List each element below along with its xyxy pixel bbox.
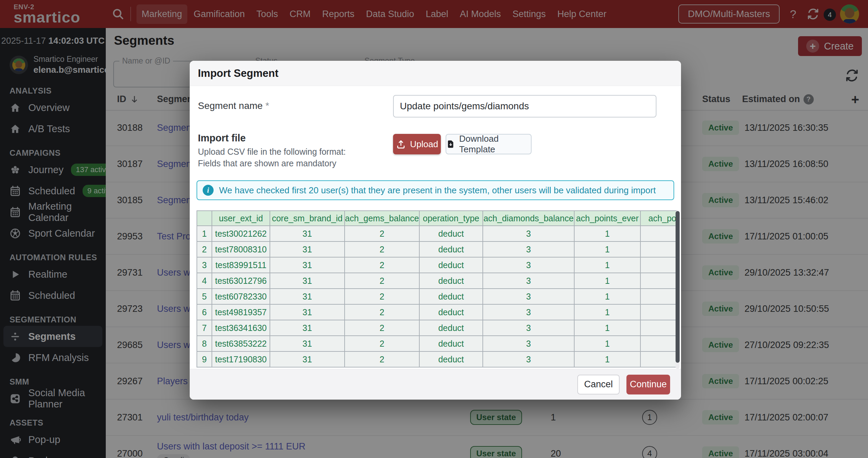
import-file-label: Import file xyxy=(198,133,246,144)
csv-cell: test63012796 xyxy=(212,273,270,289)
csv-cell: test63853222 xyxy=(212,336,270,352)
download-template-button[interactable]: Download Template xyxy=(446,134,532,154)
csv-row-number: 6 xyxy=(197,305,212,320)
info-icon: i xyxy=(203,185,214,196)
upload-icon xyxy=(396,139,406,149)
csv-cell: deduct xyxy=(420,273,483,289)
segment-name-input[interactable]: Update points/gems/diamonds xyxy=(393,95,656,117)
modal-footer: Cancel Continue xyxy=(190,369,681,400)
csv-cell: 1 xyxy=(575,242,641,258)
csv-cell: 3 xyxy=(483,305,575,320)
csv-cell: 3 xyxy=(483,289,575,305)
import-segment-modal: Import Segment Segment name* Update poin… xyxy=(190,61,681,400)
csv-cell: 3 xyxy=(483,258,575,273)
csv-cell: test78008310 xyxy=(212,242,270,258)
csv-row-number: 5 xyxy=(197,289,212,305)
continue-button[interactable]: Continue xyxy=(626,375,670,394)
csv-column-header: ach_diamonds_balance xyxy=(483,210,575,226)
csv-cell: 31 xyxy=(270,242,345,258)
csv-cell: 3 xyxy=(483,336,575,352)
modal-scrollbar-track xyxy=(676,210,680,369)
csv-cell: 31 xyxy=(270,336,345,352)
csv-column-header: user_ext_id xyxy=(212,210,270,226)
download-template-label: Download Template xyxy=(459,134,531,155)
csv-cell: 2 xyxy=(345,242,420,258)
csv-column-header: ach_gems_balance xyxy=(345,210,420,226)
csv-cell: 3 xyxy=(483,352,575,367)
csv-cell: 1 xyxy=(575,258,641,273)
csv-cell xyxy=(641,258,677,273)
csv-row-number: 1 xyxy=(197,226,212,242)
csv-cell: 31 xyxy=(270,352,345,367)
info-banner-text: We have checked first 20 user(s) that th… xyxy=(219,185,656,196)
upload-button[interactable]: Upload xyxy=(393,134,441,154)
csv-cell: deduct xyxy=(420,242,483,258)
csv-cell: test30021262 xyxy=(212,226,270,242)
csv-cell: deduct xyxy=(420,352,483,367)
csv-cell xyxy=(641,289,677,305)
csv-cell: 1 xyxy=(575,226,641,242)
csv-cell: 31 xyxy=(270,320,345,336)
csv-cell: 3 xyxy=(483,320,575,336)
csv-cell: 31 xyxy=(270,273,345,289)
csv-cell: 3 xyxy=(483,242,575,258)
csv-cell: 2 xyxy=(345,305,420,320)
csv-cell: 1 xyxy=(575,305,641,320)
csv-row-number: 8 xyxy=(197,336,212,352)
import-hint-2: Fields that are shown are mandatory xyxy=(198,158,336,168)
csv-cell xyxy=(641,320,677,336)
upload-button-label: Upload xyxy=(410,139,438,150)
csv-cell xyxy=(641,336,677,352)
csv-row-number: 7 xyxy=(197,320,212,336)
csv-cell: 1 xyxy=(575,352,641,367)
csv-cell: 31 xyxy=(270,226,345,242)
csv-cell xyxy=(641,242,677,258)
csv-cell: deduct xyxy=(420,305,483,320)
csv-cell: 3 xyxy=(483,273,575,289)
csv-column-header: operation_type xyxy=(420,210,483,226)
csv-cell: 1 xyxy=(575,336,641,352)
csv-cell: 2 xyxy=(345,226,420,242)
csv-cell: deduct xyxy=(420,336,483,352)
modal-scrollbar-thumb[interactable] xyxy=(676,211,680,363)
import-hint-1: Upload CSV file in the following format: xyxy=(198,147,346,157)
csv-preview-table: user_ext_idcore_sm_brand_idach_gems_bala… xyxy=(197,210,677,369)
csv-cell xyxy=(641,352,677,367)
csv-cell xyxy=(641,305,677,320)
csv-cell: 31 xyxy=(270,305,345,320)
csv-cell xyxy=(641,226,677,242)
csv-cell xyxy=(641,273,677,289)
csv-cell: test83991511 xyxy=(212,258,270,273)
modal-header: Import Segment xyxy=(190,61,681,86)
modal-title: Import Segment xyxy=(198,67,278,80)
cancel-button[interactable]: Cancel xyxy=(577,375,620,394)
csv-cell: 2 xyxy=(345,289,420,305)
csv-column-header: ach_points_ever xyxy=(575,210,641,226)
csv-cell: test36341630 xyxy=(212,320,270,336)
csv-cell: 1 xyxy=(575,289,641,305)
csv-cell: 2 xyxy=(345,352,420,367)
csv-row-number: 9 xyxy=(197,352,212,367)
csv-cell: deduct xyxy=(420,226,483,242)
csv-grid: user_ext_idcore_sm_brand_idach_gems_bala… xyxy=(197,210,677,367)
csv-column-header xyxy=(197,210,212,226)
csv-row-number: 4 xyxy=(197,273,212,289)
required-asterisk: * xyxy=(265,100,269,111)
csv-row-number: 2 xyxy=(197,242,212,258)
csv-column-header: ach_poin xyxy=(641,210,677,226)
csv-cell: 3 xyxy=(483,226,575,242)
csv-cell: deduct xyxy=(420,258,483,273)
csv-cell: 2 xyxy=(345,336,420,352)
csv-cell: deduct xyxy=(420,289,483,305)
info-banner: i We have checked first 20 user(s) that … xyxy=(197,180,674,200)
csv-column-header: core_sm_brand_id xyxy=(270,210,345,226)
csv-cell: 2 xyxy=(345,320,420,336)
csv-cell: test17190830 xyxy=(212,352,270,367)
csv-cell: test60782330 xyxy=(212,289,270,305)
csv-cell: test49819357 xyxy=(212,305,270,320)
csv-cell: 2 xyxy=(345,258,420,273)
csv-cell: 1 xyxy=(575,320,641,336)
csv-row-number: 3 xyxy=(197,258,212,273)
csv-cell: deduct xyxy=(420,320,483,336)
csv-cell: 1 xyxy=(575,273,641,289)
